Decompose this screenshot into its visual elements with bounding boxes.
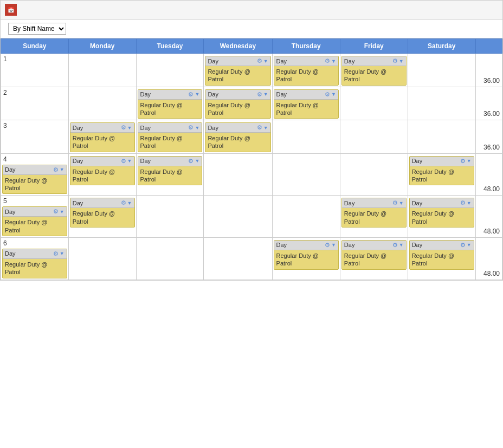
shift-controls[interactable]: ⚙▼ xyxy=(257,57,268,64)
shift-controls[interactable]: ⚙▼ xyxy=(188,124,199,131)
shift-controls[interactable]: ⚙▼ xyxy=(257,124,268,131)
gear-icon[interactable]: ⚙ xyxy=(188,158,194,165)
day-cell-week1-day1 xyxy=(68,54,136,87)
day-cell-week4-day0: 4Day⚙▼Regular Duty @ Patrol xyxy=(1,153,69,196)
gear-icon[interactable]: ⚙ xyxy=(53,250,59,257)
shift-body: Regular Duty @ Patrol xyxy=(410,250,474,269)
dropdown-arrow-icon[interactable]: ▼ xyxy=(467,158,472,164)
day-cell-week4-day4 xyxy=(272,153,340,196)
gear-icon[interactable]: ⚙ xyxy=(325,57,330,64)
shift-controls[interactable]: ⚙▼ xyxy=(392,57,404,64)
day-cell-week6-day5: Day⚙▼Regular Duty @ Patrol xyxy=(340,237,408,280)
shift-body: Regular Duty @ Patrol xyxy=(342,66,406,85)
gear-icon[interactable]: ⚙ xyxy=(257,91,262,98)
shift-controls[interactable]: ⚙▼ xyxy=(460,199,472,206)
shift-controls[interactable]: ⚙▼ xyxy=(53,250,65,257)
week-number: 4 xyxy=(2,155,67,164)
day-cell-week2-day3: Day⚙▼Regular Duty @ Patrol xyxy=(204,87,272,120)
dropdown-arrow-icon[interactable]: ▼ xyxy=(467,242,472,248)
dropdown-arrow-icon[interactable]: ▼ xyxy=(127,200,132,206)
shift-header: Day⚙▼ xyxy=(205,56,270,66)
dropdown-arrow-icon[interactable]: ▼ xyxy=(263,92,268,97)
gear-icon[interactable]: ⚙ xyxy=(392,199,398,206)
dropdown-arrow-icon[interactable]: ▼ xyxy=(399,242,404,248)
day-cell-week5-day5: Day⚙▼Regular Duty @ Patrol xyxy=(340,196,408,238)
shift-controls[interactable]: ⚙▼ xyxy=(121,158,132,165)
dropdown-arrow-icon[interactable]: ▼ xyxy=(195,125,199,131)
dropdown-arrow-icon[interactable]: ▼ xyxy=(331,59,336,64)
shift-controls[interactable]: ⚙▼ xyxy=(53,166,65,173)
calendar-table: Sunday Monday Tuesday Wednesday Thursday… xyxy=(1,38,502,280)
gear-icon[interactable]: ⚙ xyxy=(392,57,398,64)
shift-header: Day⚙▼ xyxy=(274,90,338,100)
day-cell-week5-day1: Day⚙▼Regular Duty @ Patrol xyxy=(68,196,136,238)
dropdown-arrow-icon[interactable]: ▼ xyxy=(399,59,404,64)
dropdown-arrow-icon[interactable]: ▼ xyxy=(467,200,472,206)
dropdown-arrow-icon[interactable]: ▼ xyxy=(331,92,336,97)
shift-body: Regular Duty @ Patrol xyxy=(205,66,270,85)
shift-controls[interactable]: ⚙▼ xyxy=(460,242,472,249)
shift-controls[interactable]: ⚙▼ xyxy=(325,242,336,249)
row-total-week4: 48.00 xyxy=(475,153,502,196)
shift-card: Day⚙▼Regular Duty @ Patrol xyxy=(274,240,339,270)
day-cell-week2-day1 xyxy=(68,87,136,120)
gear-icon[interactable]: ⚙ xyxy=(121,199,126,206)
shift-controls[interactable]: ⚙▼ xyxy=(53,208,65,215)
shift-name: Day xyxy=(344,58,355,64)
shift-controls[interactable]: ⚙▼ xyxy=(325,91,336,98)
shift-card: Day⚙▼Regular Duty @ Patrol xyxy=(341,56,407,86)
col-total xyxy=(475,39,502,54)
dropdown-arrow-icon[interactable]: ▼ xyxy=(127,125,132,131)
dropdown-arrow-icon[interactable]: ▼ xyxy=(399,200,404,206)
shift-body: Regular Duty @ Patrol xyxy=(70,166,134,185)
color-coding-select[interactable]: By Shift Name By Position By Employee xyxy=(8,23,66,35)
gear-icon[interactable]: ⚙ xyxy=(325,91,330,98)
shift-header: Day⚙▼ xyxy=(205,123,270,133)
day-cell-week5-day6: Day⚙▼Regular Duty @ Patrol xyxy=(408,196,475,238)
shift-card: Day⚙▼Regular Duty @ Patrol xyxy=(138,156,203,186)
shift-controls[interactable]: ⚙▼ xyxy=(460,158,472,165)
calendar-header-row: Sunday Monday Tuesday Wednesday Thursday… xyxy=(1,39,502,54)
week-number: 2 xyxy=(2,88,67,97)
shift-controls[interactable]: ⚙▼ xyxy=(121,124,132,131)
shift-controls[interactable]: ⚙▼ xyxy=(188,158,199,165)
gear-icon[interactable]: ⚙ xyxy=(460,242,466,249)
dropdown-arrow-icon[interactable]: ▼ xyxy=(60,251,65,256)
row-total-week3: 36.00 xyxy=(475,120,502,154)
col-friday: Friday xyxy=(340,39,408,54)
shift-name: Day xyxy=(208,125,218,131)
col-tuesday: Tuesday xyxy=(136,39,204,54)
day-cell-week3-day6 xyxy=(408,120,475,154)
shift-controls[interactable]: ⚙▼ xyxy=(188,91,199,98)
gear-icon[interactable]: ⚙ xyxy=(392,242,398,249)
gear-icon[interactable]: ⚙ xyxy=(121,158,126,165)
shift-name: Day xyxy=(73,200,83,206)
gear-icon[interactable]: ⚙ xyxy=(121,124,126,131)
dropdown-arrow-icon[interactable]: ▼ xyxy=(60,209,65,215)
dropdown-arrow-icon[interactable]: ▼ xyxy=(127,158,132,164)
gear-icon[interactable]: ⚙ xyxy=(188,91,194,98)
row-total-week6: 48.00 xyxy=(475,237,502,280)
shift-controls[interactable]: ⚙▼ xyxy=(325,57,336,64)
shift-controls[interactable]: ⚙▼ xyxy=(392,199,404,206)
gear-icon[interactable]: ⚙ xyxy=(325,242,330,249)
gear-icon[interactable]: ⚙ xyxy=(460,158,466,165)
gear-icon[interactable]: ⚙ xyxy=(188,124,194,131)
gear-icon[interactable]: ⚙ xyxy=(53,208,59,215)
gear-icon[interactable]: ⚙ xyxy=(460,199,466,206)
dropdown-arrow-icon[interactable]: ▼ xyxy=(195,158,199,164)
shift-controls[interactable]: ⚙▼ xyxy=(392,242,404,249)
dropdown-arrow-icon[interactable]: ▼ xyxy=(263,59,268,64)
shift-controls[interactable]: ⚙▼ xyxy=(257,91,268,98)
shift-body: Regular Duty @ Patrol xyxy=(205,133,270,152)
gear-icon[interactable]: ⚙ xyxy=(257,57,262,64)
dropdown-arrow-icon[interactable]: ▼ xyxy=(263,125,268,131)
gear-icon[interactable]: ⚙ xyxy=(257,124,262,131)
gear-icon[interactable]: ⚙ xyxy=(53,166,59,173)
shift-controls[interactable]: ⚙▼ xyxy=(121,199,132,206)
dropdown-arrow-icon[interactable]: ▼ xyxy=(60,167,65,172)
dropdown-arrow-icon[interactable]: ▼ xyxy=(331,242,336,248)
shift-header: Day⚙▼ xyxy=(342,198,406,208)
shift-header: Day⚙▼ xyxy=(138,157,202,166)
dropdown-arrow-icon[interactable]: ▼ xyxy=(195,92,199,97)
